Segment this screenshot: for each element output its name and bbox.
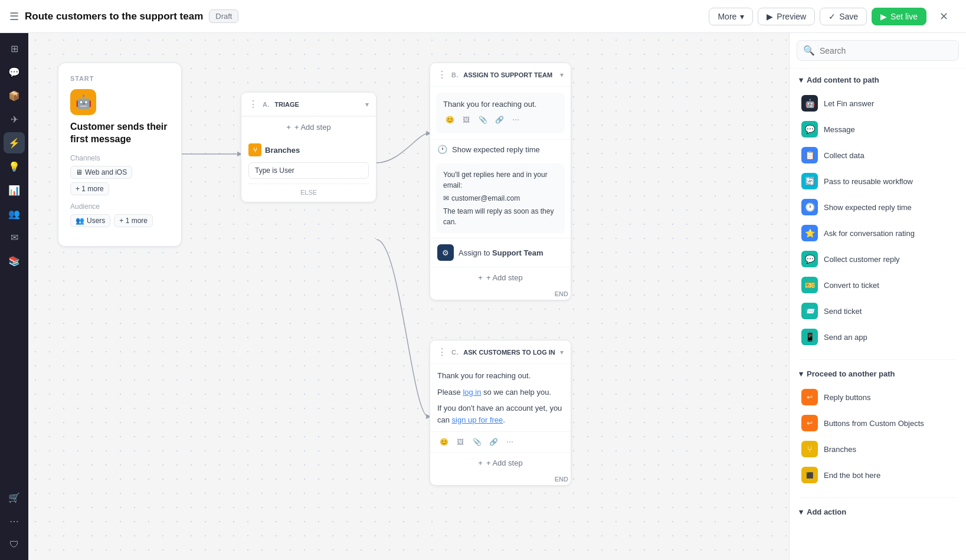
end-bot-label: End the bot here [824, 471, 880, 480]
custom-objects-label: Buttons from Custom Objects [824, 419, 924, 428]
attachment-tool[interactable]: 📎 [476, 113, 489, 126]
close-button[interactable]: ✕ [931, 6, 957, 27]
login-toolbar: 😊 🖼 📎 🔗 ⋯ [430, 431, 571, 452]
sidebar-icon-chat[interactable]: 💬 [4, 61, 25, 83]
topbar: ☰ Route customers to the support team Dr… [0, 0, 966, 33]
setlive-label: Set live [890, 12, 918, 21]
play-icon: ▶ [767, 12, 773, 21]
add-action-header[interactable]: ▾ Add action [799, 507, 957, 516]
item-convert-ticket[interactable]: 🎫 Convert to ticket [799, 272, 957, 298]
clock-icon: 🕐 [437, 145, 447, 154]
item-let-fin-answer[interactable]: 🤖 Let Fin answer [799, 90, 957, 116]
login-link[interactable]: log in [463, 388, 481, 397]
image-tool[interactable]: 🖼 [460, 113, 473, 126]
send-ticket-label: Send ticket [824, 307, 862, 316]
item-send-ticket[interactable]: 📨 Send ticket [799, 298, 957, 324]
reply-time-item-icon: 🕐 [801, 199, 818, 215]
sidebar-icon-ideas[interactable]: 💡 [4, 156, 25, 177]
emoji-tool[interactable]: 😊 [443, 113, 456, 126]
item-pass-workflow[interactable]: 🔄 Pass to reusable workflow [799, 168, 957, 194]
support-id: B. [451, 71, 459, 78]
collect-reply-label: Collect customer reply [824, 255, 900, 264]
chevron-down-icon2: ▾ [799, 76, 803, 84]
item-reply-time[interactable]: 🕐 Show expected reply time [799, 194, 957, 220]
audience-label: Audience [70, 202, 169, 211]
save-button[interactable]: ✓ Save [820, 8, 867, 25]
item-custom-objects[interactable]: ↩ Buttons from Custom Objects [799, 410, 957, 436]
more-tool[interactable]: ⋯ [509, 113, 522, 126]
login-add-step[interactable]: + + Add step [430, 452, 571, 473]
triage-dots[interactable]: ⋮ [248, 99, 258, 110]
check-icon: ✓ [829, 12, 836, 21]
setlive-button[interactable]: ▶ Set live [872, 8, 926, 25]
sidebar-icon-people[interactable]: 👥 [4, 203, 25, 224]
support-message-area: Thank you for reaching out. 😊 🖼 📎 🔗 ⋯ [436, 93, 565, 133]
triage-chevron[interactable]: ▾ [365, 100, 369, 109]
item-reply-buttons[interactable]: ↩ Reply buttons [799, 384, 957, 410]
sidebar-icon-reports[interactable]: 📊 [4, 179, 25, 201]
image-tool2[interactable]: 🖼 [454, 435, 467, 448]
channels-tags: 🖥 Web and iOS + 1 more [70, 166, 169, 195]
support-header-left: ⋮ B. ASSIGN TO SUPPORT TEAM [437, 69, 552, 80]
item-collect-reply[interactable]: 💬 Collect customer reply [799, 246, 957, 272]
sidebar-icon-home[interactable]: ⊞ [4, 38, 25, 59]
support-dots[interactable]: ⋮ [437, 69, 447, 80]
preview-text1: You'll get replies here and in your emai… [443, 169, 558, 191]
more-button[interactable]: More ▾ [709, 8, 753, 25]
sidebar-icon-shop[interactable]: 🛒 [4, 487, 25, 508]
message-label: Message [824, 125, 855, 134]
item-send-app[interactable]: 📱 Send an app [799, 324, 957, 350]
emoji-tool2[interactable]: 😊 [437, 435, 450, 448]
item-conversation-rating[interactable]: ⭐ Ask for conversation rating [799, 220, 957, 246]
reply-time-row[interactable]: 🕐 Show expected reply time [430, 139, 571, 159]
signup-link[interactable]: sign up for free [452, 415, 503, 424]
attachment-tool2[interactable]: 📎 [470, 435, 483, 448]
rating-icon: ⭐ [801, 225, 818, 241]
sidebar-icon-send[interactable]: ✈ [4, 109, 25, 130]
login-msg1: Thank you for reaching out. [437, 370, 564, 382]
login-message: Thank you for reaching out. Please log i… [430, 364, 571, 431]
send-app-icon: 📱 [801, 329, 818, 345]
collect-data-label: Collect data [824, 151, 865, 160]
menu-icon[interactable]: ☰ [9, 10, 19, 23]
sidebar-icon-more[interactable]: ⋯ [4, 510, 25, 532]
login-dots[interactable]: ⋮ [437, 346, 447, 358]
page-title: Route customers to the support team [25, 11, 203, 22]
topbar-actions: More ▾ ▶ Preview ✓ Save ▶ Set live ✕ [709, 6, 957, 27]
sidebar-icon-messages[interactable]: ✉ [4, 227, 25, 248]
branches-box: ⑂ Branches Type is User ELSE [241, 137, 376, 202]
convert-ticket-label: Convert to ticket [824, 281, 879, 290]
item-collect-data[interactable]: 📋 Collect data [799, 142, 957, 168]
branch-condition[interactable]: Type is User [248, 162, 369, 179]
add-content-header[interactable]: ▾ Add content to path [799, 76, 957, 84]
collect-reply-icon: 💬 [801, 251, 818, 267]
search-input[interactable] [820, 46, 952, 55]
sidebar-icon-docs[interactable]: 📚 [4, 250, 25, 271]
link-tool[interactable]: 🔗 [493, 113, 506, 126]
item-branches[interactable]: ⑂ Branches [799, 436, 957, 462]
sidebar-icon-inbox[interactable]: 📦 [4, 85, 25, 106]
sidebar-icon-automation[interactable]: ⚡ [4, 132, 25, 153]
support-chevron[interactable]: ▾ [560, 71, 564, 79]
plus-icon3: + [478, 459, 483, 467]
support-name: ASSIGN TO SUPPORT TEAM [463, 71, 552, 78]
support-add-step[interactable]: + + Add step [430, 267, 571, 288]
support-header: ⋮ B. ASSIGN TO SUPPORT TEAM ▾ [430, 63, 571, 87]
sidebar-icon-security[interactable]: 🛡 [4, 534, 25, 555]
audience-more: + 1 more [114, 214, 153, 227]
login-chevron[interactable]: ▾ [560, 348, 564, 356]
reply-time-label: Show expected reply time [452, 145, 540, 154]
search-input-wrap: 🔍 [797, 40, 959, 61]
login-id: C. [451, 349, 459, 356]
proceed-header[interactable]: ▾ Proceed to another path [799, 369, 957, 378]
item-message[interactable]: 💬 Message [799, 116, 957, 142]
link-tool2[interactable]: 🔗 [487, 435, 500, 448]
channels-label: Channels [70, 154, 169, 162]
more-tool2[interactable]: ⋯ [503, 435, 516, 448]
item-end-bot[interactable]: ⬛ End the bot here [799, 462, 957, 488]
channel-tag: 🖥 Web and iOS [70, 166, 132, 179]
end-bot-icon: ⬛ [801, 467, 818, 483]
workflow-label: Pass to reusable workflow [824, 177, 913, 186]
preview-button[interactable]: ▶ Preview [758, 8, 815, 25]
triage-add-step[interactable]: + + Add step [241, 116, 376, 137]
